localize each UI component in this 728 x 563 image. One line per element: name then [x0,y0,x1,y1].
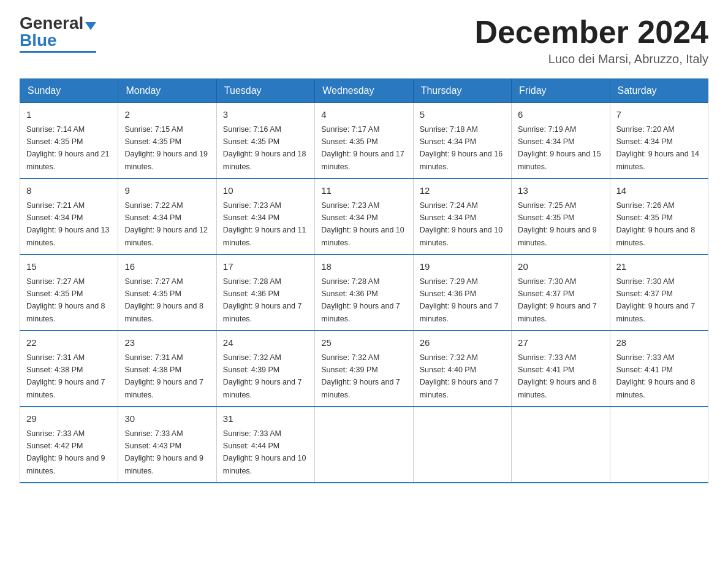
day-number: 10 [223,184,308,198]
calendar-cell [413,407,511,483]
day-info: Sunrise: 7:25 AMSunset: 4:35 PMDaylight:… [518,201,597,247]
day-number: 12 [420,184,505,198]
day-info: Sunrise: 7:28 AMSunset: 4:36 PMDaylight:… [223,277,302,323]
calendar-cell: 23Sunrise: 7:31 AMSunset: 4:38 PMDayligh… [118,331,216,407]
day-number: 8 [26,184,112,198]
week-row-4: 22Sunrise: 7:31 AMSunset: 4:38 PMDayligh… [20,331,708,407]
weekday-header-row: SundayMondayTuesdayWednesdayThursdayFrid… [20,79,708,103]
day-number: 4 [321,108,406,122]
day-info: Sunrise: 7:33 AMSunset: 4:41 PMDaylight:… [518,353,597,399]
weekday-header-wednesday: Wednesday [315,79,413,103]
calendar-cell: 17Sunrise: 7:28 AMSunset: 4:36 PMDayligh… [216,255,314,331]
day-number: 5 [420,108,505,122]
week-row-2: 8Sunrise: 7:21 AMSunset: 4:34 PMDaylight… [20,178,708,255]
day-info: Sunrise: 7:26 AMSunset: 4:35 PMDaylight:… [616,201,696,247]
day-number: 24 [223,336,308,350]
day-info: Sunrise: 7:21 AMSunset: 4:34 PMDaylight:… [26,201,110,247]
day-number: 7 [616,108,702,122]
day-number: 15 [26,260,112,274]
calendar-cell: 14Sunrise: 7:26 AMSunset: 4:35 PMDayligh… [610,178,708,255]
day-number: 30 [124,412,210,426]
day-number: 13 [518,184,603,198]
weekday-header-friday: Friday [512,79,610,103]
day-info: Sunrise: 7:14 AMSunset: 4:35 PMDaylight:… [26,125,110,171]
day-info: Sunrise: 7:27 AMSunset: 4:35 PMDaylight:… [26,277,105,323]
calendar-cell: 20Sunrise: 7:30 AMSunset: 4:37 PMDayligh… [512,255,610,331]
day-number: 29 [26,412,112,426]
calendar-cell [512,407,610,483]
calendar-cell: 2Sunrise: 7:15 AMSunset: 4:35 PMDaylight… [118,103,216,179]
day-number: 16 [124,260,210,274]
day-info: Sunrise: 7:30 AMSunset: 4:37 PMDaylight:… [518,277,597,323]
weekday-header-tuesday: Tuesday [216,79,314,103]
month-title: December 2024 [474,15,708,50]
calendar-cell: 25Sunrise: 7:32 AMSunset: 4:39 PMDayligh… [315,331,413,407]
calendar-cell: 16Sunrise: 7:27 AMSunset: 4:35 PMDayligh… [118,255,216,331]
day-info: Sunrise: 7:15 AMSunset: 4:35 PMDaylight:… [124,125,208,171]
day-number: 14 [616,184,702,198]
calendar-cell: 27Sunrise: 7:33 AMSunset: 4:41 PMDayligh… [512,331,610,407]
logo-line [20,51,96,53]
day-number: 28 [616,336,702,350]
day-info: Sunrise: 7:16 AMSunset: 4:35 PMDaylight:… [223,125,306,171]
calendar-cell: 22Sunrise: 7:31 AMSunset: 4:38 PMDayligh… [20,331,118,407]
calendar-cell: 15Sunrise: 7:27 AMSunset: 4:35 PMDayligh… [20,255,118,331]
day-number: 3 [223,108,308,122]
calendar-cell: 31Sunrise: 7:33 AMSunset: 4:44 PMDayligh… [216,407,314,483]
calendar-cell: 11Sunrise: 7:23 AMSunset: 4:34 PMDayligh… [315,178,413,255]
day-number: 25 [321,336,406,350]
day-number: 31 [223,412,308,426]
day-info: Sunrise: 7:32 AMSunset: 4:40 PMDaylight:… [420,353,499,399]
calendar-cell: 30Sunrise: 7:33 AMSunset: 4:43 PMDayligh… [118,407,216,483]
day-info: Sunrise: 7:19 AMSunset: 4:34 PMDaylight:… [518,125,601,171]
weekday-header-monday: Monday [118,79,216,103]
day-number: 23 [124,336,210,350]
day-info: Sunrise: 7:18 AMSunset: 4:34 PMDaylight:… [420,125,503,171]
page-header: GeneralBlue December 2024 Luco dei Marsi… [20,15,708,66]
day-number: 21 [616,260,702,274]
day-info: Sunrise: 7:23 AMSunset: 4:34 PMDaylight:… [321,201,404,247]
weekday-header-thursday: Thursday [413,79,511,103]
calendar-cell: 12Sunrise: 7:24 AMSunset: 4:34 PMDayligh… [413,178,511,255]
calendar-cell: 3Sunrise: 7:16 AMSunset: 4:35 PMDaylight… [216,103,314,179]
day-number: 2 [124,108,210,122]
calendar-cell: 6Sunrise: 7:19 AMSunset: 4:34 PMDaylight… [512,103,610,179]
week-row-5: 29Sunrise: 7:33 AMSunset: 4:42 PMDayligh… [20,407,708,483]
calendar-cell: 5Sunrise: 7:18 AMSunset: 4:34 PMDaylight… [413,103,511,179]
day-number: 22 [26,336,112,350]
day-info: Sunrise: 7:33 AMSunset: 4:41 PMDaylight:… [616,353,696,399]
location: Luco dei Marsi, Abruzzo, Italy [474,52,708,66]
logo: GeneralBlue [20,15,96,53]
day-info: Sunrise: 7:33 AMSunset: 4:44 PMDaylight:… [223,429,306,475]
day-number: 20 [518,260,603,274]
day-number: 11 [321,184,406,198]
day-info: Sunrise: 7:30 AMSunset: 4:37 PMDaylight:… [616,277,696,323]
day-number: 1 [26,108,112,122]
day-info: Sunrise: 7:24 AMSunset: 4:34 PMDaylight:… [420,201,503,247]
week-row-3: 15Sunrise: 7:27 AMSunset: 4:35 PMDayligh… [20,255,708,331]
day-info: Sunrise: 7:31 AMSunset: 4:38 PMDaylight:… [124,353,203,399]
day-info: Sunrise: 7:33 AMSunset: 4:42 PMDaylight:… [26,429,105,475]
calendar-cell: 24Sunrise: 7:32 AMSunset: 4:39 PMDayligh… [216,331,314,407]
day-info: Sunrise: 7:27 AMSunset: 4:35 PMDaylight:… [124,277,203,323]
calendar-cell [315,407,413,483]
calendar-cell: 19Sunrise: 7:29 AMSunset: 4:36 PMDayligh… [413,255,511,331]
calendar-cell: 4Sunrise: 7:17 AMSunset: 4:35 PMDaylight… [315,103,413,179]
day-number: 18 [321,260,406,274]
logo-text: GeneralBlue [20,15,96,49]
calendar-cell: 26Sunrise: 7:32 AMSunset: 4:40 PMDayligh… [413,331,511,407]
day-number: 9 [124,184,210,198]
day-info: Sunrise: 7:32 AMSunset: 4:39 PMDaylight:… [223,353,302,399]
calendar-cell: 8Sunrise: 7:21 AMSunset: 4:34 PMDaylight… [20,178,118,255]
calendar-cell: 28Sunrise: 7:33 AMSunset: 4:41 PMDayligh… [610,331,708,407]
day-number: 26 [420,336,505,350]
title-block: December 2024 Luco dei Marsi, Abruzzo, I… [474,15,708,66]
day-number: 6 [518,108,603,122]
day-info: Sunrise: 7:29 AMSunset: 4:36 PMDaylight:… [420,277,499,323]
day-number: 17 [223,260,308,274]
calendar-cell: 9Sunrise: 7:22 AMSunset: 4:34 PMDaylight… [118,178,216,255]
calendar-cell: 29Sunrise: 7:33 AMSunset: 4:42 PMDayligh… [20,407,118,483]
day-info: Sunrise: 7:17 AMSunset: 4:35 PMDaylight:… [321,125,404,171]
day-number: 27 [518,336,603,350]
calendar-cell: 1Sunrise: 7:14 AMSunset: 4:35 PMDaylight… [20,103,118,179]
